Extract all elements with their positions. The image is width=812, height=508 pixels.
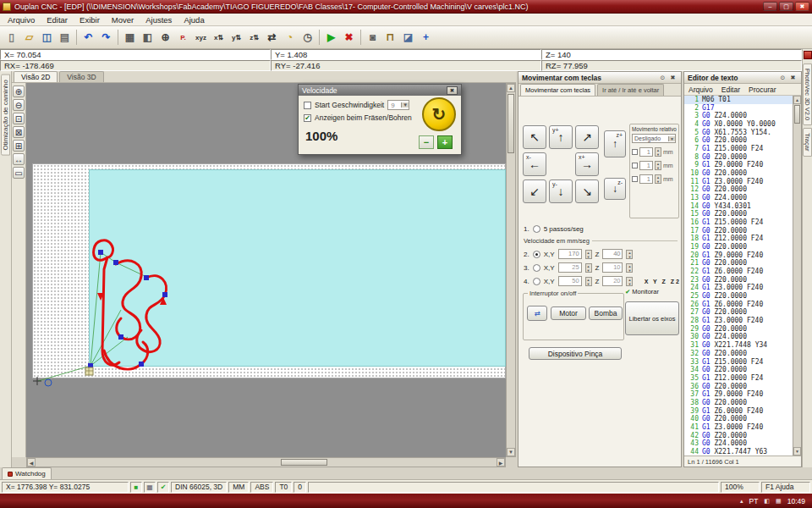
vscroll-thumb[interactable] (508, 94, 514, 153)
gcode-line[interactable]: 35G1 Z12.0000 F24 (684, 374, 793, 383)
jog-y-plus-button[interactable]: y+↑ (549, 125, 573, 149)
zoom-extents-icon[interactable]: ⊞ (13, 140, 25, 152)
zoom-out-icon[interactable]: ⊖ (13, 99, 25, 111)
gcode-area[interactable]: 1M06 T012G173G0 Z24.00004G0 X0.0000 Y0.0… (684, 96, 801, 456)
editor-menu-procurar[interactable]: Procurar (744, 86, 781, 94)
help-hint[interactable]: F1 Ajuda (761, 482, 810, 493)
tab-goto[interactable]: Ir até / Ir até e voltar (597, 84, 664, 96)
switch-mode-icon-button[interactable]: ⇄ (527, 306, 547, 321)
vertical-scrollbar[interactable]: ▲ ▼ (506, 83, 516, 457)
gcode-line[interactable]: 29G0 Z20.0000 (684, 325, 793, 334)
jog-sw-button[interactable]: ↙ (523, 179, 546, 203)
jog-nw-button[interactable]: ↖ (523, 125, 546, 149)
scroll-right-icon[interactable]: ▶ (497, 458, 505, 467)
gcode-line[interactable]: 14G0 Y434.0301 (684, 202, 793, 211)
editor-scroll-thumb[interactable] (794, 105, 800, 124)
scroll-up-icon[interactable]: ▲ (507, 84, 515, 92)
scroll-down-icon[interactable]: ▼ (507, 448, 515, 456)
save-icon[interactable]: ◫ (38, 29, 56, 47)
zoom-fit-icon[interactable]: ⊠ (13, 126, 25, 138)
gcode-line[interactable]: 11G1 Z3.0000 F240 (684, 178, 793, 186)
gcode-line[interactable]: 30G0 Z24.0000 (684, 333, 793, 341)
gcode-line[interactable]: 9G1 Z9.0000 F240 (684, 161, 793, 169)
gcode-line[interactable]: 16G1 Z15.0000 F24 (684, 218, 793, 227)
undo-icon[interactable]: ↶ (80, 29, 97, 47)
z-speed-input[interactable]: 20 (602, 276, 623, 286)
offsets-icon[interactable]: ⇄ (263, 29, 281, 47)
bomba-button[interactable]: Bomba (589, 306, 623, 320)
combo-arrow-icon[interactable]: ▼ (401, 102, 409, 108)
hscroll-thumb[interactable] (281, 459, 327, 466)
spinner-icon[interactable]: ▲▼ (626, 263, 633, 273)
gcode-line[interactable]: 3G0 Z24.0000 (684, 112, 793, 120)
grid-view-icon[interactable]: ▦ (121, 29, 139, 47)
tab-view-2d[interactable]: Visão 2D (14, 71, 58, 82)
release-axes-button[interactable]: Libertar os eixos (625, 301, 679, 335)
jog-ne-button[interactable]: ↗ (575, 125, 599, 149)
xy-speed-input[interactable]: 50 (558, 276, 582, 286)
horizontal-scrollbar[interactable]: ◀ ▶ (26, 457, 506, 467)
tab-tracar[interactable]: Traçar (803, 128, 812, 156)
measure-icon[interactable]: ▭ (13, 167, 25, 179)
scroll-down-icon[interactable]: ▼ (793, 447, 801, 456)
scroll-up-icon[interactable]: ▲ (793, 96, 801, 104)
zoom-tool-icon[interactable]: ⊕ (156, 29, 174, 47)
gcode-line[interactable]: 4G0 X0.0000 Y0.0000 (684, 120, 793, 129)
gcode-line[interactable]: 20G1 Z9.0000 F240 (684, 251, 793, 260)
spinner-icon[interactable]: ▲▼ (655, 174, 661, 184)
editor-menu-editar[interactable]: Editar (717, 86, 744, 94)
jog-se-button[interactable]: ↘ (575, 179, 599, 203)
spinner-icon[interactable]: ▲▼ (585, 250, 592, 259)
relative-checkbox[interactable] (632, 149, 638, 155)
gcode-line[interactable]: 32G0 Z20.0000 (684, 350, 793, 358)
redo-icon[interactable]: ↷ (97, 29, 115, 47)
spinner-icon[interactable]: ▲▼ (655, 147, 661, 157)
pan-icon[interactable]: ↔ (13, 153, 25, 165)
start-speed-checkbox[interactable] (304, 102, 311, 109)
gcode-line[interactable]: 42G0 Z20.0000 (684, 432, 793, 440)
zoom-in-icon[interactable]: ⊕ (13, 86, 25, 97)
gcode-line[interactable]: 19G0 Z20.0000 (684, 243, 793, 251)
tab-watchdog[interactable]: Watchdog (2, 467, 52, 479)
relative-distance-input[interactable]: 1 (639, 174, 653, 184)
gcode-line[interactable]: 28G1 Z3.0000 F240 (684, 317, 793, 325)
spinner-icon[interactable]: ▲▼ (655, 161, 661, 170)
run-icon[interactable]: ▶ (322, 29, 340, 47)
gcode-line[interactable]: 1M06 T01 (684, 96, 793, 104)
gcode-line[interactable]: 44G0 X221.7447 Y63 (684, 448, 793, 456)
z-speed-input[interactable]: 10 (602, 262, 623, 273)
relative-distance-input[interactable]: 1 (639, 147, 653, 157)
speed-increase-button[interactable]: + (437, 135, 453, 149)
velocity-dialog-titlebar[interactable]: Velocidade ✖ (299, 85, 461, 96)
xy-speed-input[interactable]: 170 (558, 249, 582, 259)
spinner-icon[interactable]: ▲▼ (585, 277, 592, 286)
open-folder-icon[interactable]: ▱ (20, 29, 38, 47)
gcode-line[interactable]: 8G0 Z20.0000 (684, 153, 793, 162)
language-indicator[interactable]: PT (749, 497, 759, 505)
relative-checkbox[interactable] (632, 163, 638, 168)
scroll-left-icon[interactable]: ◀ (27, 458, 36, 467)
gcode-line[interactable]: 38G0 Z20.0000 (684, 399, 793, 407)
axis-z-icon[interactable]: z⇅ (245, 29, 263, 47)
z-speed-input[interactable]: 40 (602, 249, 623, 259)
tray-icon-2[interactable]: ▦ (776, 498, 782, 505)
speed-decrease-button[interactable]: − (419, 135, 434, 149)
pin-icon[interactable]: ⊙ (778, 74, 787, 82)
speed-go-button[interactable]: ↻ (422, 97, 456, 131)
gcode-line[interactable]: 43G0 Z24.0000 (684, 439, 793, 448)
jog-x-plus-button[interactable]: x+→ (575, 152, 599, 176)
gcode-line[interactable]: 31G0 X221.7448 Y34 (684, 341, 793, 350)
gcode-line[interactable]: 7G1 Z15.0000 F24 (684, 145, 793, 153)
jog-z-plus-button[interactable]: z+↑ (604, 130, 626, 157)
new-file-icon[interactable]: ▯ (3, 29, 20, 47)
axes-xyz-icon[interactable]: xyz (192, 29, 210, 47)
gripper-device-button[interactable]: Dispositivo Pinça (529, 347, 622, 360)
gcode-line[interactable]: 39G1 Z6.0000 F240 (684, 407, 793, 416)
close-icon[interactable]: ✖ (668, 74, 678, 82)
report-icon[interactable]: ◪ (399, 29, 417, 47)
menu-editar[interactable]: Editar (41, 14, 74, 25)
gcode-line[interactable]: 17G0 Z20.0000 (684, 227, 793, 235)
gcode-line[interactable]: 18G1 Z12.0000 F24 (684, 235, 793, 243)
gcode-line[interactable]: 27G0 Z20.0000 (684, 308, 793, 317)
axis-x-icon[interactable]: x⇅ (210, 29, 228, 47)
